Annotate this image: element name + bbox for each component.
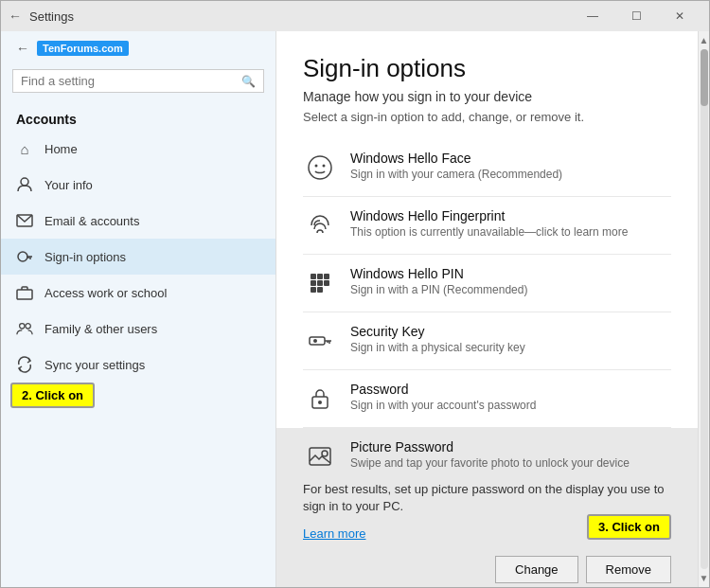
option-pin-title: Windows Hello PIN bbox=[350, 266, 671, 281]
sidebar-item-email[interactable]: Email & accounts bbox=[1, 203, 275, 239]
picture-password-header[interactable]: Picture Password Swipe and tap your favo… bbox=[303, 439, 671, 473]
svg-point-9 bbox=[309, 156, 331, 179]
svg-point-0 bbox=[21, 178, 28, 186]
window-title: Settings bbox=[29, 9, 74, 24]
option-password-title: Password bbox=[350, 382, 671, 397]
sidebar-item-access[interactable]: Access work or school bbox=[1, 275, 275, 311]
password-icon bbox=[303, 382, 337, 416]
best-results-text: For best results, set up picture passwor… bbox=[303, 481, 671, 515]
option-face-title: Windows Hello Face bbox=[350, 151, 671, 166]
security-key-icon bbox=[303, 324, 337, 358]
titlebar: ← Settings — ☐ ✕ bbox=[1, 1, 709, 31]
option-pin-text: Windows Hello PIN Sign in with a PIN (Re… bbox=[350, 266, 671, 296]
option-picture-password-section: Picture Password Swipe and tap your favo… bbox=[276, 428, 698, 587]
sidebar-item-home[interactable]: ⌂ Home bbox=[1, 131, 275, 167]
key-icon bbox=[16, 248, 33, 265]
email-icon bbox=[16, 212, 33, 229]
option-password-desc: Sign in with your account's password bbox=[350, 399, 671, 412]
briefcase-icon bbox=[16, 284, 33, 301]
picture-password-title: Picture Password bbox=[350, 439, 630, 454]
svg-rect-13 bbox=[317, 274, 323, 279]
option-fingerprint[interactable]: Windows Hello Fingerprint This option is… bbox=[303, 197, 671, 255]
change-button[interactable]: Change bbox=[495, 556, 578, 583]
callout-3: 3. Click on bbox=[587, 514, 671, 540]
page-title: Sign-in options bbox=[303, 54, 671, 83]
svg-point-28 bbox=[322, 451, 328, 456]
svg-point-10 bbox=[315, 165, 318, 168]
family-icon bbox=[16, 320, 33, 337]
sidebar-back-icon[interactable]: ← bbox=[16, 41, 29, 56]
scrollbar-track[interactable] bbox=[701, 49, 708, 569]
sidebar-item-label: Sync your settings bbox=[44, 358, 145, 372]
option-security-key-title: Security Key bbox=[350, 324, 671, 339]
page-description: Select a sign-in option to add, change, … bbox=[303, 110, 671, 124]
svg-rect-17 bbox=[324, 280, 329, 286]
sidebar-item-family[interactable]: Family & other users bbox=[1, 311, 275, 347]
svg-point-7 bbox=[20, 324, 25, 329]
svg-point-11 bbox=[323, 165, 326, 168]
sidebar-item-label: Home bbox=[44, 142, 78, 156]
main-panel: Sign-in options Manage how you sign in t… bbox=[275, 31, 698, 587]
page-subtitle: Manage how you sign in to your device bbox=[303, 89, 671, 104]
svg-point-2 bbox=[18, 252, 27, 261]
search-box[interactable]: 🔍 bbox=[12, 69, 264, 93]
svg-rect-19 bbox=[317, 287, 323, 293]
option-security-key[interactable]: Security Key Sign in with a physical sec… bbox=[303, 312, 671, 370]
svg-rect-6 bbox=[17, 290, 32, 299]
svg-point-26 bbox=[318, 401, 322, 404]
minimize-button[interactable]: — bbox=[571, 1, 614, 31]
back-icon[interactable]: ← bbox=[9, 9, 22, 24]
option-security-key-desc: Sign in with a physical security key bbox=[350, 341, 671, 354]
sidebar-item-label: Family & other users bbox=[44, 322, 157, 336]
option-fingerprint-text: Windows Hello Fingerprint This option is… bbox=[350, 208, 671, 239]
action-buttons: 3. Click on Change Remove bbox=[303, 556, 671, 583]
svg-point-8 bbox=[26, 324, 30, 329]
svg-point-24 bbox=[313, 339, 317, 343]
fingerprint-icon bbox=[303, 208, 337, 242]
callout-2: 2. Click on bbox=[10, 383, 95, 408]
option-fingerprint-desc: This option is currently unavailable—cli… bbox=[350, 225, 671, 239]
option-face[interactable]: Windows Hello Face Sign in with your cam… bbox=[303, 139, 671, 197]
sidebar-item-label: Email & accounts bbox=[44, 214, 139, 228]
sidebar-item-label: Sign-in options bbox=[44, 250, 126, 264]
maximize-button[interactable]: ☐ bbox=[614, 1, 658, 31]
sidebar-nav-top: ← TenForums.com bbox=[1, 31, 275, 65]
settings-window: ← Settings — ☐ ✕ ← TenForums.com 🔍 Accou… bbox=[0, 0, 710, 588]
svg-rect-14 bbox=[324, 274, 329, 279]
sidebar-item-label: Access work or school bbox=[44, 286, 167, 300]
content-area: ← TenForums.com 🔍 Accounts ⌂ Home Your i… bbox=[1, 31, 709, 587]
scrollbar[interactable]: ▲ ▼ bbox=[698, 31, 709, 587]
tenforums-badge: TenForums.com bbox=[37, 41, 129, 56]
search-icon: 🔍 bbox=[241, 75, 256, 88]
svg-rect-12 bbox=[311, 274, 316, 279]
option-face-text: Windows Hello Face Sign in with your cam… bbox=[350, 151, 671, 181]
picture-password-desc: Swipe and tap your favorite photo to unl… bbox=[350, 456, 630, 470]
close-button[interactable]: ✕ bbox=[658, 1, 701, 31]
sidebar-item-your-info[interactable]: Your info bbox=[1, 167, 275, 203]
person-icon bbox=[16, 176, 33, 193]
sidebar: ← TenForums.com 🔍 Accounts ⌂ Home Your i… bbox=[1, 31, 275, 587]
option-pin-desc: Sign in with a PIN (Recommended) bbox=[350, 283, 671, 296]
svg-rect-18 bbox=[311, 287, 316, 293]
option-face-desc: Sign in with your camera (Recommended) bbox=[350, 168, 671, 181]
search-input[interactable] bbox=[21, 74, 236, 88]
pin-icon bbox=[303, 266, 337, 300]
option-security-key-text: Security Key Sign in with a physical sec… bbox=[350, 324, 671, 354]
option-fingerprint-title: Windows Hello Fingerprint bbox=[350, 208, 671, 223]
picture-password-text: Picture Password Swipe and tap your favo… bbox=[350, 439, 630, 470]
sidebar-item-signin[interactable]: Sign-in options 1. Click on bbox=[1, 239, 275, 275]
sync-icon bbox=[16, 356, 33, 373]
svg-rect-15 bbox=[311, 280, 316, 286]
scrollbar-thumb[interactable] bbox=[701, 49, 708, 106]
section-title: Accounts bbox=[1, 100, 275, 131]
option-pin[interactable]: Windows Hello PIN Sign in with a PIN (Re… bbox=[303, 255, 671, 312]
titlebar-controls: — ☐ ✕ bbox=[571, 1, 701, 31]
sidebar-item-sync[interactable]: Sync your settings 2. Click on bbox=[1, 347, 275, 383]
picture-password-icon bbox=[303, 439, 337, 473]
svg-rect-27 bbox=[310, 448, 330, 465]
option-password[interactable]: Password Sign in with your account's pas… bbox=[303, 370, 671, 428]
sidebar-item-label: Your info bbox=[44, 178, 93, 192]
option-password-text: Password Sign in with your account's pas… bbox=[350, 382, 671, 412]
remove-button[interactable]: Remove bbox=[586, 556, 671, 583]
svg-rect-16 bbox=[317, 280, 323, 286]
